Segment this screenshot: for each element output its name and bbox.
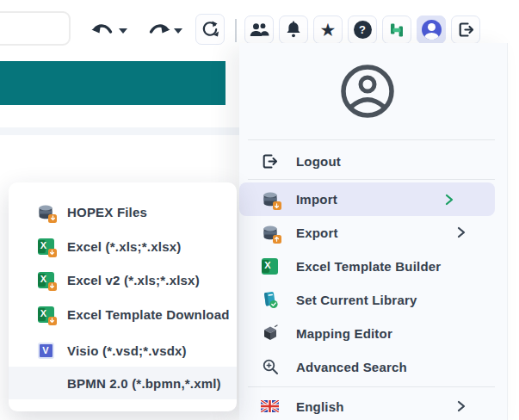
import-arrow-badge	[48, 282, 57, 291]
excel-download-icon: X	[37, 306, 54, 323]
profile-avatar-icon	[340, 64, 395, 119]
menu-item-advanced-search[interactable]: Advanced Search	[239, 350, 507, 383]
import-arrow-badge	[48, 214, 57, 223]
submenu-item-hopex-files[interactable]: HOPEX Files	[9, 197, 237, 226]
menu-item-label: Mapping Editor	[296, 326, 392, 341]
menu-item-logout[interactable]: Logout	[239, 145, 507, 177]
hopex-database-icon	[37, 204, 54, 220]
redo-dropdown-caret[interactable]	[174, 28, 182, 34]
import-arrow-badge	[273, 201, 281, 210]
submenu-item-label: Visio (*.vsd;*.vsdx)	[67, 343, 187, 358]
submenu-item-label: HOPEX Files	[67, 205, 147, 219]
library-book-icon	[261, 291, 279, 309]
export-database-icon	[261, 225, 279, 241]
logout-button-toolbar[interactable]	[451, 15, 480, 44]
menu-divider	[248, 139, 495, 140]
help-glyph: ?	[359, 23, 366, 36]
menu-item-label: Logout	[296, 154, 341, 169]
menu-item-mapping-editor[interactable]: Mapping Editor	[239, 317, 507, 349]
submenu-item-excel[interactable]: X Excel (*.xls;*.xlsx)	[9, 232, 237, 261]
sync-button[interactable]	[195, 14, 225, 45]
chevron-right-icon	[457, 400, 466, 412]
menu-item-export[interactable]: Export	[239, 216, 507, 249]
chevron-right-icon	[445, 194, 454, 206]
page-header-band	[0, 61, 226, 105]
sync-icon	[201, 20, 219, 39]
import-arrow-badge	[48, 249, 57, 257]
submenu-item-label: BPMN 2.0 (*.bpmn,*.xml)	[67, 376, 221, 391]
menu-item-label: Excel Template Builder	[296, 259, 441, 274]
notifications-button[interactable]	[279, 15, 308, 44]
menu-divider	[248, 179, 495, 180]
submenu-item-excel-template-download[interactable]: X Excel Template Download	[9, 300, 237, 329]
excel-import-icon: X	[37, 272, 54, 288]
user-avatar-icon	[422, 20, 442, 40]
user-menu-panel: Logout Import	[239, 43, 508, 420]
menu-divider	[248, 386, 495, 387]
menu-item-excel-template-builder[interactable]: X Excel Template Builder	[239, 250, 507, 282]
chevron-right-icon	[457, 226, 466, 238]
download-arrow-badge	[48, 317, 57, 325]
bell-icon	[285, 21, 302, 39]
export-arrow-badge	[273, 235, 281, 244]
help-icon: ?	[354, 21, 372, 39]
logout-icon	[457, 21, 475, 39]
help-button[interactable]: ?	[348, 15, 377, 44]
user-avatar-button[interactable]	[417, 15, 446, 44]
menu-item-label: Advanced Search	[296, 360, 407, 374]
menu-item-label: Set Current Library	[296, 293, 417, 307]
toolbar-divider	[235, 19, 237, 42]
submenu-item-visio[interactable]: V Visio (*.vsd;*.vsdx)	[9, 336, 237, 365]
import-database-icon	[261, 191, 279, 207]
app-window: ★ ?	[0, 0, 519, 420]
menu-item-set-current-library[interactable]: Set Current Library	[239, 283, 507, 316]
submenu-item-excel-v2[interactable]: X Excel v2 (*.xls;*.xlsx)	[9, 265, 237, 294]
team-button[interactable]	[244, 15, 274, 44]
menu-item-label: Import	[296, 192, 337, 207]
menu-item-label: Export	[296, 225, 338, 240]
hopex-logo-icon	[388, 22, 405, 39]
team-icon	[250, 22, 269, 38]
menu-item-import[interactable]: Import	[239, 182, 495, 216]
logout-icon	[261, 152, 279, 170]
submenu-item-bpmn[interactable]: BPMN 2.0 (*.bpmn,*.xml)	[9, 367, 237, 399]
star-icon: ★	[320, 21, 337, 39]
visio-icon: V	[37, 343, 54, 359]
undo-dropdown-caret[interactable]	[119, 28, 127, 34]
undo-icon[interactable]	[91, 22, 115, 38]
hopex-logo-button[interactable]	[382, 15, 411, 44]
submenu-item-label: Excel (*.xls;*.xlsx)	[67, 239, 181, 254]
excel-icon: X	[261, 258, 279, 275]
excel-import-icon: X	[37, 238, 54, 255]
import-submenu-panel: HOPEX Files X Excel (*.xls;*.xlsx) X	[9, 182, 237, 411]
search-input[interactable]	[0, 11, 71, 46]
favorites-button[interactable]: ★	[313, 15, 343, 44]
uk-flag-icon	[261, 400, 279, 412]
menu-item-language-english[interactable]: English	[239, 390, 507, 420]
submenu-item-label: Excel Template Download	[67, 307, 230, 322]
cube-icon	[261, 324, 279, 342]
toolbar-strip	[0, 127, 239, 135]
submenu-item-label: Excel v2 (*.xls;*.xlsx)	[67, 273, 200, 287]
search-plus-icon	[261, 358, 279, 375]
menu-item-label: English	[296, 399, 344, 414]
redo-icon[interactable]	[146, 22, 170, 38]
